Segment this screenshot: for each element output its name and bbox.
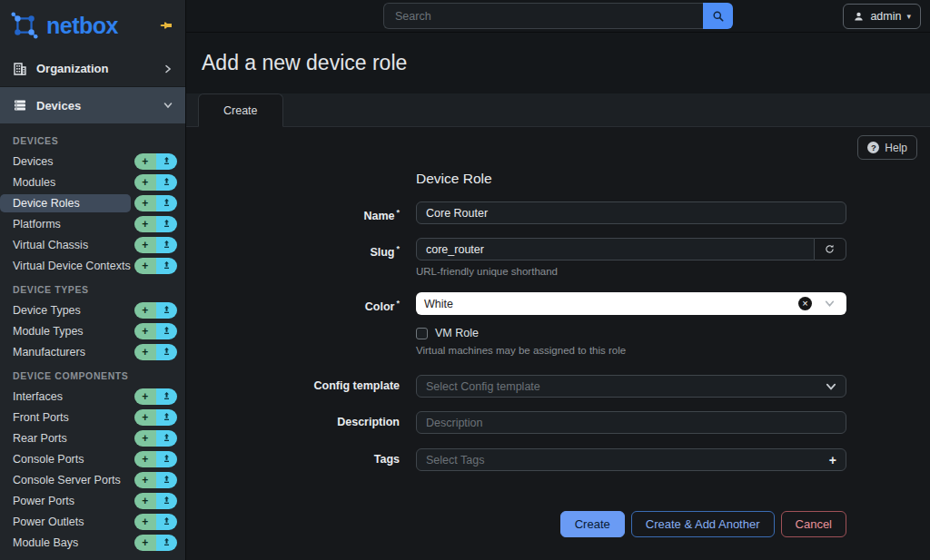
cancel-button[interactable]: Cancel xyxy=(781,511,846,537)
add-button[interactable]: + xyxy=(134,472,156,488)
quick-actions: + xyxy=(134,514,177,530)
sidebar-link-manufacturers[interactable]: Manufacturers xyxy=(0,343,131,361)
brand-name: netbox xyxy=(46,13,118,39)
sidebar-link-virtual-device-contexts[interactable]: Virtual Device Contexts xyxy=(0,257,131,275)
sidebar-link-front-ports[interactable]: Front Ports xyxy=(0,408,131,427)
import-button[interactable] xyxy=(156,195,178,211)
sidebar-item-front-ports: Front Ports+ xyxy=(0,407,185,427)
sidebar-link-devices[interactable]: Devices xyxy=(0,152,131,171)
sidebar-link-module-types[interactable]: Module Types xyxy=(0,322,131,340)
import-button[interactable] xyxy=(156,388,178,405)
import-button[interactable] xyxy=(156,216,178,232)
add-button[interactable]: + xyxy=(134,388,156,405)
sidebar-link-console-server-ports[interactable]: Console Server Ports xyxy=(0,471,131,489)
sidebar-link-virtual-chassis[interactable]: Virtual Chassis xyxy=(0,236,131,254)
import-button[interactable] xyxy=(156,472,178,488)
sidebar-menu-organization[interactable]: Organization xyxy=(0,51,185,86)
import-button[interactable] xyxy=(156,344,178,360)
add-button[interactable]: + xyxy=(134,514,156,530)
add-button[interactable]: + xyxy=(134,237,156,253)
add-button[interactable]: + xyxy=(134,258,156,274)
create-button[interactable]: Create xyxy=(560,511,625,537)
sidebar-item-modules: Modules+ xyxy=(0,172,185,192)
upload-icon xyxy=(162,391,172,401)
upload-icon xyxy=(162,454,172,464)
add-button[interactable]: + xyxy=(134,430,156,447)
upload-icon xyxy=(162,475,172,485)
description-field[interactable] xyxy=(416,411,846,434)
create-add-another-button[interactable]: Create & Add Another xyxy=(631,511,775,537)
sidebar-link-device-types[interactable]: Device Types xyxy=(0,301,131,319)
sidebar-link-modules[interactable]: Modules xyxy=(0,173,131,192)
upload-icon xyxy=(162,433,172,443)
import-button[interactable] xyxy=(156,409,178,426)
color-label: Color* xyxy=(223,292,400,319)
add-button[interactable]: + xyxy=(134,216,156,232)
add-button[interactable]: + xyxy=(134,174,156,191)
tab-create[interactable]: Create xyxy=(198,93,283,127)
sidebar-link-power-outlets[interactable]: Power Outlets xyxy=(0,513,131,531)
search-input[interactable] xyxy=(383,3,703,29)
upload-icon xyxy=(162,347,172,357)
import-button[interactable] xyxy=(156,302,178,319)
add-button[interactable]: + xyxy=(134,493,156,509)
vm-role-checkbox[interactable] xyxy=(416,328,428,339)
color-selected-value: White xyxy=(424,298,453,310)
import-button[interactable] xyxy=(156,430,178,447)
import-button[interactable] xyxy=(156,237,178,253)
sidebar-link-power-ports[interactable]: Power Ports xyxy=(0,492,131,510)
upload-icon xyxy=(162,496,172,506)
sidebar-link-platforms[interactable]: Platforms xyxy=(0,215,131,233)
sidebar-menu-devices[interactable]: Devices xyxy=(0,86,185,123)
sidebar-link-module-bays[interactable]: Module Bays xyxy=(0,534,131,552)
import-button[interactable] xyxy=(156,174,178,191)
quick-actions: + xyxy=(134,430,177,447)
add-button[interactable]: + xyxy=(134,153,156,170)
config-template-select[interactable]: Select Config template xyxy=(416,375,846,398)
import-button[interactable] xyxy=(156,451,178,467)
add-button[interactable]: + xyxy=(134,344,156,360)
import-button[interactable] xyxy=(156,493,178,509)
add-button[interactable]: + xyxy=(134,451,156,467)
sidebar-link-rear-ports[interactable]: Rear Ports xyxy=(0,429,131,447)
add-button[interactable]: + xyxy=(134,535,156,551)
import-button[interactable] xyxy=(156,323,178,339)
add-button[interactable]: + xyxy=(134,302,156,319)
name-field[interactable] xyxy=(416,201,846,224)
import-button[interactable] xyxy=(156,153,178,170)
clear-selection-icon[interactable]: × xyxy=(798,297,812,310)
field-row-slug: Slug* xyxy=(223,238,846,277)
pin-sidebar-icon[interactable] xyxy=(158,18,173,33)
chevron-down-icon xyxy=(163,101,173,110)
search-button[interactable] xyxy=(703,3,733,29)
server-stack-icon xyxy=(13,98,27,113)
sidebar-section-title: DEVICE COMPONENTS xyxy=(13,370,185,381)
config-template-label: Config template xyxy=(223,375,400,398)
add-button[interactable]: + xyxy=(134,409,156,426)
sidebar-item-console-ports: Console Ports+ xyxy=(0,448,185,469)
app-window: netbox Organization xyxy=(0,0,930,560)
import-button[interactable] xyxy=(156,535,178,551)
import-button[interactable] xyxy=(156,258,178,274)
sidebar-item-console-server-ports: Console Server Ports+ xyxy=(0,469,185,490)
sidebar-link-console-ports[interactable]: Console Ports xyxy=(0,450,131,468)
user-menu-button[interactable]: admin ▾ xyxy=(843,4,921,29)
sidebar-link-device-roles[interactable]: Device Roles xyxy=(0,194,131,212)
regenerate-slug-button[interactable] xyxy=(815,238,846,260)
slug-field[interactable] xyxy=(416,238,815,260)
add-button[interactable]: + xyxy=(134,323,156,339)
upload-icon xyxy=(162,260,172,270)
upload-icon xyxy=(162,156,172,166)
sidebar-link-interfaces[interactable]: Interfaces xyxy=(0,388,131,406)
form-heading: Device Role xyxy=(416,171,492,187)
import-button[interactable] xyxy=(156,514,178,530)
color-select[interactable]: White × xyxy=(416,292,846,315)
main-area: admin ▾ Add a new device role Create ? H… xyxy=(186,0,930,560)
tags-select[interactable]: Select Tags + xyxy=(416,448,846,471)
description-label: Description xyxy=(223,411,400,434)
help-button[interactable]: ? Help xyxy=(857,135,917,160)
sidebar-item-module-bays: Module Bays+ xyxy=(0,532,185,553)
quick-actions: + xyxy=(134,493,177,509)
upload-icon xyxy=(162,198,172,208)
add-button[interactable]: + xyxy=(134,195,156,211)
